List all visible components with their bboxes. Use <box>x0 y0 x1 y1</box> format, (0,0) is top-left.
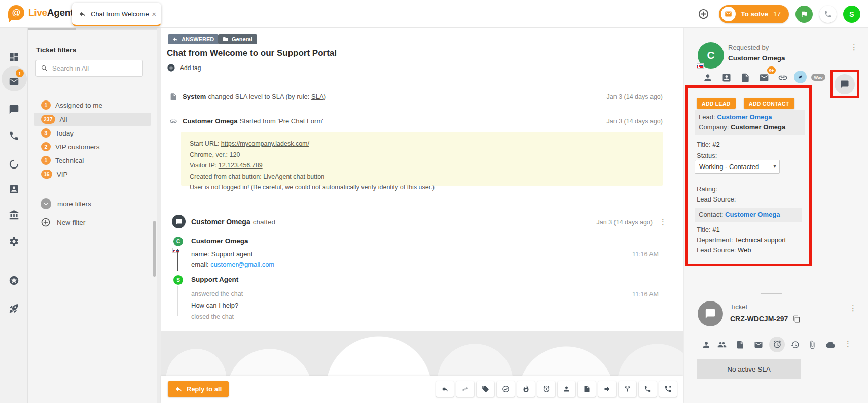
message-value: Support agent <box>211 250 253 258</box>
ticket-notes-tab-icon[interactable] <box>736 340 745 349</box>
chats-icon[interactable] <box>9 104 19 115</box>
lead-link[interactable]: Customer Omega <box>717 113 772 121</box>
copy-icon[interactable] <box>793 315 801 323</box>
tab-chat-from-welcome[interactable]: Chat from Welcome... × <box>72 3 161 26</box>
getting-started-icon[interactable] <box>9 303 19 314</box>
add-lead-button[interactable]: ADD LEAD <box>697 98 736 109</box>
liveagent-logo: @ LiveAgent <box>8 5 74 20</box>
agent-avatar[interactable]: S <box>843 6 860 23</box>
email-channel-icon[interactable] <box>759 73 769 83</box>
inbox-badge: 1 <box>16 69 24 77</box>
system-note-icon <box>169 93 177 101</box>
ticket-menu-button[interactable]: ⋮ <box>849 304 857 312</box>
chats-button[interactable] <box>795 6 813 23</box>
reply-to-all-label: Reply to all <box>187 385 222 393</box>
add-note-button[interactable] <box>578 381 596 397</box>
filter-all[interactable]: 237 All <box>34 113 151 126</box>
split-ticket-button[interactable] <box>619 381 636 397</box>
company-name: Customer Omega <box>731 123 785 131</box>
reply-icon <box>79 10 86 18</box>
contact-summary-block: Contact: Customer Omega <box>695 208 802 222</box>
tickets-icon[interactable] <box>9 76 19 87</box>
department-badge: General <box>218 34 257 44</box>
spam-button[interactable] <box>517 381 535 397</box>
panel-drag-handle[interactable] <box>761 293 782 294</box>
search-input[interactable] <box>52 64 138 72</box>
top-bar: @ LiveAgent Chat from Welcome... × To so… <box>0 0 868 28</box>
more-filters-button[interactable]: more filters <box>41 198 91 209</box>
new-filter-button[interactable]: New filter <box>41 217 85 227</box>
rating-label: Rating: <box>697 185 717 193</box>
lead-status-select[interactable]: Working - Contacted <box>695 160 780 174</box>
add-tag-button[interactable]: Add tag <box>167 63 201 72</box>
event-system-sla: Systemchanged SLA level to SLA (by rule:… <box>183 93 326 100</box>
horizontal-scrollbar[interactable] <box>28 28 157 30</box>
companies-icon[interactable] <box>9 210 19 220</box>
call-dialpad-button[interactable] <box>659 381 677 397</box>
ticket-sla-tab-icon[interactable] <box>773 340 782 349</box>
dashboard-icon[interactable] <box>9 52 19 62</box>
close-icon[interactable]: × <box>152 10 156 18</box>
email-link[interactable]: customer@gmail.com <box>210 261 274 268</box>
notes-icon[interactable] <box>740 73 750 83</box>
contact-label: Contact: <box>699 211 725 218</box>
visitor-info-box: Start URL: https://mycompany.ladesk.com/… <box>181 132 663 186</box>
chat-channel-highlight-box <box>830 70 859 98</box>
contact-card-icon[interactable] <box>721 73 732 83</box>
prestashop-icon[interactable] <box>794 71 807 83</box>
ticket-history-tab-icon[interactable] <box>790 340 800 349</box>
start-url-link[interactable]: https://mycompany.ladesk.com/ <box>221 140 309 147</box>
ticket-cloud-tab-icon[interactable] <box>826 340 835 349</box>
call-button[interactable] <box>639 381 657 397</box>
resolve-button[interactable] <box>497 381 515 397</box>
event-date: Jan 3 (14 days ago) <box>607 93 663 100</box>
link-channel-icon[interactable] <box>778 73 788 83</box>
filter-count-badge: 1 <box>41 100 51 110</box>
filter-vip-customers[interactable]: 2 VIP customers <box>34 140 151 153</box>
filter-today[interactable]: 3 Today <box>34 126 151 140</box>
visitor-ip-line: Visitor IP: 12.123.456.789 <box>190 160 654 172</box>
profile-icon[interactable] <box>703 73 713 83</box>
sla-rule-link[interactable]: SLA <box>311 93 324 100</box>
snooze-button[interactable] <box>537 381 555 397</box>
agent-avatar-initial: S <box>176 277 180 283</box>
vertical-scrollbar[interactable] <box>153 221 156 277</box>
visitor-ip-link[interactable]: 12.123.456.789 <box>219 162 263 169</box>
tag-button[interactable] <box>477 381 494 397</box>
ticket-messages-tab-icon[interactable] <box>754 340 763 349</box>
contacts-icon[interactable] <box>9 184 19 194</box>
status-badge: ANSWERED <box>168 34 219 44</box>
ticket-participants-tab-icon[interactable] <box>717 340 727 349</box>
filter-technical[interactable]: 1 Technical <box>34 154 151 167</box>
assign-agent-button[interactable] <box>558 381 575 397</box>
calls-button[interactable] <box>819 6 837 23</box>
ticket-tabs-more-button[interactable]: ⋮ <box>844 340 852 347</box>
event-chat-started: Customer OmegaStarted from 'Pre Chat For… <box>183 117 323 125</box>
chat-author: Customer Omega <box>191 218 250 226</box>
settings-icon[interactable] <box>9 236 19 247</box>
add-contact-button[interactable]: ADD CONTACT <box>744 98 794 109</box>
reply-to-all-button[interactable]: Reply to all <box>168 381 229 397</box>
transfer-button[interactable] <box>456 381 474 397</box>
chat-channel-button[interactable] <box>835 74 855 94</box>
email-count-badge: 9+ <box>767 66 776 74</box>
filter-vip[interactable]: 16 VIP <box>34 167 151 181</box>
chat-menu-button[interactable]: ⋮ <box>659 218 667 225</box>
ticket-attachments-tab-icon[interactable] <box>808 340 817 349</box>
loading-ring-icon[interactable] <box>9 159 19 170</box>
contact-link[interactable]: Customer Omega <box>725 211 780 218</box>
filters-search-box[interactable] <box>35 60 143 77</box>
calls-icon[interactable] <box>9 130 19 141</box>
favorites-icon[interactable] <box>9 275 19 286</box>
add-new-button[interactable] <box>698 8 709 20</box>
reply-button[interactable] <box>436 381 454 397</box>
forward-button[interactable] <box>598 381 616 397</box>
source-label: Lead Source: <box>697 246 738 254</box>
filter-assigned-to-me[interactable]: 1 Assigned to me <box>34 98 151 112</box>
start-url-line: Start URL: https://mycompany.ladesk.com/ <box>190 139 654 150</box>
requester-menu-button[interactable]: ⋮ <box>850 43 858 51</box>
to-solve-button[interactable]: To solve 17 <box>719 5 789 23</box>
ticket-requester-tab-icon[interactable] <box>702 340 711 349</box>
woocommerce-icon[interactable]: Woo <box>811 74 825 81</box>
link-icon <box>169 117 177 125</box>
